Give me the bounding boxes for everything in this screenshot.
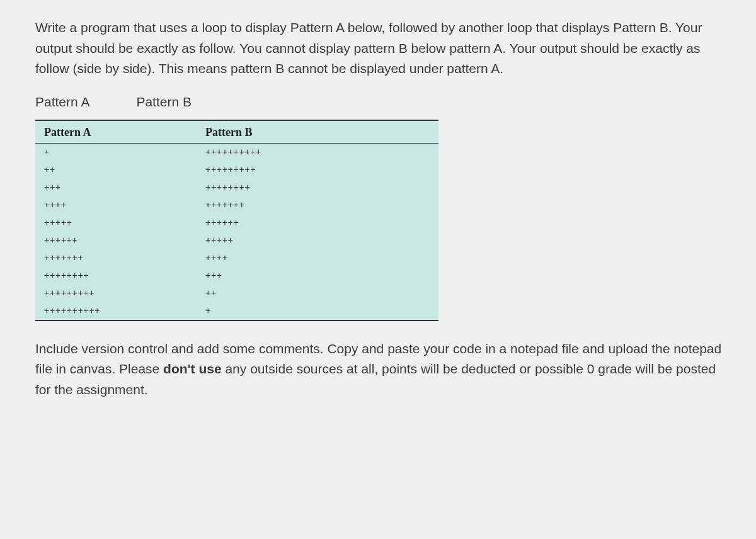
table-header-row: Pattern A Pattern B [35, 121, 438, 144]
header-pattern-a: Pattern A [35, 121, 197, 144]
outro-paragraph: Include version control and add some com… [35, 339, 726, 400]
table-row: +++++++++++ [35, 267, 438, 285]
cell-a: ++++ [35, 196, 197, 214]
cell-b: ++++++ [197, 214, 438, 232]
cell-a: ++++++++++ [35, 302, 197, 321]
header-pattern-b: Pattern B [197, 121, 438, 144]
cell-b: + [197, 302, 438, 321]
label-pattern-a: Pattern A [35, 94, 89, 110]
table-row: +++++++++++ [35, 179, 438, 196]
cell-a: ++ [35, 161, 197, 179]
cell-a: + [35, 143, 197, 161]
assignment-page: Write a program that uses a loop to disp… [0, 0, 756, 417]
table-row: +++++++++++ [35, 214, 438, 232]
table-body: +++++++++++ +++++++++++ +++++++++++ ++++… [35, 143, 438, 321]
cell-b: +++ [197, 267, 438, 285]
cell-a: +++++ [35, 214, 197, 232]
table-row: +++++++++++ [35, 249, 438, 267]
cell-b: +++++++ [197, 196, 438, 214]
cell-b: ++ [197, 285, 438, 302]
cell-b: +++++++++ [197, 161, 438, 179]
cell-a: ++++++ [35, 232, 197, 249]
table-row: +++++++++++ [35, 161, 438, 179]
intro-paragraph: Write a program that uses a loop to disp… [35, 18, 726, 79]
outro-bold: don't use [163, 361, 222, 376]
cell-a: +++++++++ [35, 285, 197, 302]
cell-b: ++++ [197, 249, 438, 267]
table-row: +++++++++++ [35, 285, 438, 302]
cell-b: ++++++++++ [197, 143, 438, 161]
table-row: +++++++++++ [35, 232, 438, 249]
table-row: +++++++++++ [35, 302, 438, 321]
table-row: +++++++++++ [35, 143, 438, 161]
cell-b: ++++++++ [197, 179, 438, 196]
cell-b: +++++ [197, 232, 438, 249]
label-pattern-b: Pattern B [136, 94, 192, 110]
cell-a: +++ [35, 179, 197, 196]
cell-a: ++++++++ [35, 267, 197, 285]
cell-a: +++++++ [35, 249, 197, 267]
pattern-table-container: Pattern A Pattern B +++++++++++ ++++++++… [35, 120, 438, 321]
table-row: +++++++++++ [35, 196, 438, 214]
pattern-table: Pattern A Pattern B +++++++++++ ++++++++… [35, 121, 438, 321]
pattern-labels-row: Pattern A Pattern B [35, 94, 726, 110]
